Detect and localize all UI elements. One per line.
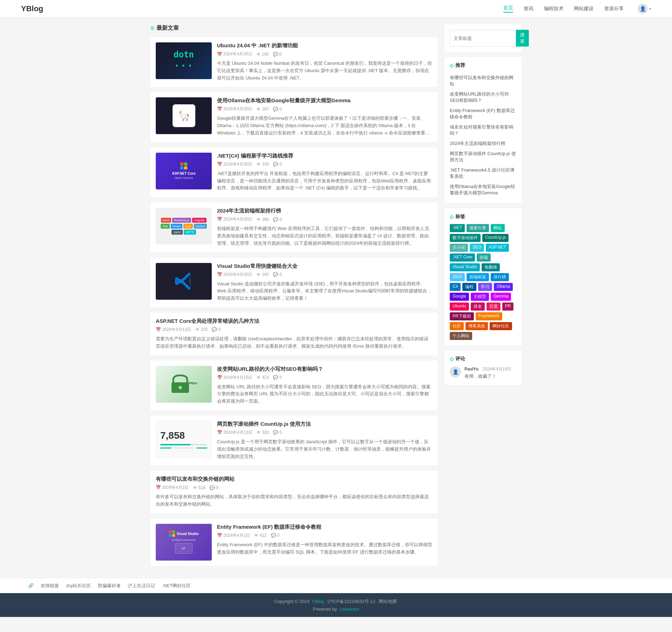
article-meta: 📅 2024年4月30日 👁 292 💬 0 <box>217 272 432 278</box>
tag[interactable]: 大小写 <box>450 244 468 252</box>
tag[interactable]: Ollama <box>494 283 513 291</box>
tag[interactable]: 数字滚动插件 <box>450 234 481 242</box>
article-desc: .NET是微软开发的跨平台 开发框架，包括用于构建应用程序的编程语言、运行时和库… <box>217 170 432 192</box>
tag[interactable]: PR <box>502 303 514 311</box>
tag[interactable]: 前端 <box>477 254 491 262</box>
tag[interactable]: 博客系统 <box>465 322 488 330</box>
comment-body: PaulYu 2024年4月18日 有用，收藏了！ <box>464 366 516 380</box>
article-title[interactable]: .NET(C#) 编程新手学习路线推荐 <box>217 153 432 159</box>
main-nav: 首页 资讯 编程技术 网站建设 资源分享 👤 ▾ <box>503 4 651 14</box>
article-card-no-image: 有哪些可以发布和交换外链的网站 📅 2024年4月2日 👁 518 💬 0 有许… <box>150 471 438 513</box>
tag[interactable]: 前端框架 <box>467 273 489 281</box>
tag[interactable]: 编程 <box>462 283 476 291</box>
article-title[interactable]: 有哪些可以发布和交换外链的网站 <box>156 476 432 482</box>
recommend-link[interactable]: 网页数字滚动插件 CountUp.js 使用方法 <box>450 149 516 165</box>
article-title[interactable]: Entity Framework (EF) 数据库迁移命令教程 <box>217 524 432 530</box>
tag[interactable]: 2024 <box>450 273 465 281</box>
tag[interactable]: CountUp.js <box>482 234 509 242</box>
recommend-link[interactable]: 改变网站URL路径的大小写对SEO有影响吗？ <box>450 89 516 106</box>
recommend-link[interactable]: Entity Framework (EF) 数据库迁移命令教程 <box>450 106 516 122</box>
article-meta: 📅 2024年4月30日 👁 100 💬 0 <box>217 161 432 167</box>
article-date: 📅 2024年4月30日 <box>217 51 252 57</box>
article-title[interactable]: 改变网站URL路径的大小写对SEO有影响吗？ <box>217 366 432 373</box>
tag[interactable]: 百度 <box>486 303 500 311</box>
nav-item-news[interactable]: 资讯 <box>524 6 533 12</box>
nav-user[interactable]: 👤 ▾ <box>638 4 651 14</box>
tags-section-title: ◇ 标签 <box>450 214 516 220</box>
comment-text: 有用，收藏了！ <box>464 373 516 380</box>
article-thumbnail: Visual Studio EntityFramework EF <box>156 524 212 561</box>
site-logo[interactable]: YBlog <box>21 4 43 13</box>
recommend-link[interactable]: .NET Framework4.5 设计社区博客系统 <box>450 165 516 182</box>
article-card: https:// 改变网站URL路径的大小写对SEO有影响吗？ 📅 2024年4… <box>150 361 438 410</box>
search-input[interactable] <box>450 30 516 47</box>
nav-item-resources[interactable]: 资源分享 <box>604 6 624 12</box>
recommend-link[interactable]: 域名长短对搜索引擎排名有影响吗？ <box>450 122 516 139</box>
section-icon: ≡ <box>150 25 154 32</box>
footer-powered-link[interactable]: Leavescn <box>340 606 359 612</box>
footer-link-4[interactable]: 沪上生活日记 <box>128 583 155 589</box>
footer-sitemap-link[interactable]: 网站地图 <box>379 599 397 604</box>
tag[interactable]: .NET <box>450 224 465 232</box>
footer-link-5[interactable]: .NET啊好社区 <box>162 583 191 589</box>
article-content: 网页数字滚动插件 CountUp.js 使用方法 📅 2024年4月13日 👁 … <box>217 421 432 460</box>
article-thumbnail <box>156 263 212 300</box>
tag[interactable]: Google <box>450 293 469 301</box>
tag[interactable]: 社区 <box>450 322 464 330</box>
article-title[interactable]: 使用Ollama在本地安装Google轻量级开源大模型Gemma <box>217 97 432 104</box>
tag[interactable]: 啊好社区 <box>490 322 512 330</box>
tag[interactable]: 免翻墙 <box>482 263 500 271</box>
article-meta: 📅 2024年4月13日 👁 225 💬 0 <box>156 327 432 333</box>
article-views: 👁 195 <box>257 52 269 57</box>
tag[interactable]: Framework <box>476 312 502 320</box>
tag[interactable]: PR下载前 <box>450 312 474 320</box>
article-content: .NET(C#) 编程新手学习路线推荐 📅 2024年4月30日 👁 100 💬… <box>217 153 432 192</box>
tag[interactable]: .NET Core <box>450 254 475 262</box>
footer-link-3[interactable]: 防骗爆好者 <box>98 583 121 589</box>
recommend-link[interactable]: 有哪些可以发布和交换外链的网站 <box>450 73 516 89</box>
footer-link-2[interactable]: Joy站长社区 <box>66 583 91 589</box>
svg-marker-3 <box>189 274 191 288</box>
article-title[interactable]: 2024年主流前端框架排行榜 <box>217 208 432 214</box>
tag[interactable]: 大模型 <box>471 293 489 301</box>
article-card: dotn··· Ubuntu 24.04 中 .NET 的新增功能 📅 2024… <box>150 37 438 87</box>
vscode-icon <box>173 271 194 292</box>
article-content: 改变网站URL路径的大小写对SEO有影响吗？ 📅 2024年4月13日 👁 42… <box>217 366 432 405</box>
tag[interactable]: Ubuntu <box>450 303 469 311</box>
tag[interactable]: SEO <box>470 244 484 252</box>
recommend-link[interactable]: 2024年主流前端框架排行榜 <box>450 139 516 149</box>
nav-item-website[interactable]: 网站建设 <box>574 6 594 12</box>
section-title: ≡ 最新文章 <box>150 25 438 32</box>
tag[interactable]: 排行榜 <box>491 273 509 281</box>
tag[interactable]: Visual Studio <box>450 263 480 271</box>
ms-logo <box>180 162 187 169</box>
footer-site-link[interactable]: YBlog <box>312 599 324 604</box>
recommend-section: ◇ 推荐 有哪些可以发布和交换外链的网站 改变网站URL路径的大小写对SEO有影… <box>444 57 522 203</box>
tag[interactable]: C# <box>450 283 461 291</box>
article-desc: 需要为生产环境配置自定义错误处理，请删除 UseExceptionHandler… <box>156 335 432 350</box>
recommend-link[interactable]: 使用Ollama在本地安装Google轻量级开源大模型Gemma <box>450 182 516 198</box>
footer-icp-link[interactable]: 沪ICP备10219633号-12 <box>327 599 375 604</box>
article-title[interactable]: 网页数字滚动插件 CountUp.js 使用方法 <box>217 421 432 428</box>
article-title[interactable]: Visual Studio常用快捷键组合大全 <box>217 263 432 270</box>
nav-item-home[interactable]: 首页 <box>503 5 513 13</box>
article-title[interactable]: ASP.NET Core全局处理异常错误的几种方法 <box>156 318 432 325</box>
tag[interactable]: 学习 <box>478 283 492 291</box>
article-thumbnail: https:// <box>156 366 212 403</box>
tag[interactable]: 排名 <box>471 303 485 311</box>
recommend-icon: ◇ <box>450 63 454 68</box>
nav-item-programming[interactable]: 编程技术 <box>544 6 564 12</box>
search-button[interactable]: 搜索 <box>516 30 529 47</box>
article-title[interactable]: Ubuntu 24.04 中 .NET 的新增功能 <box>217 42 432 49</box>
tag[interactable]: 搜索引擎 <box>467 224 489 232</box>
countup-number: 7,858 <box>160 430 207 441</box>
article-meta: 📅 2024年4月13日 👁 320 💬 0 <box>217 430 432 436</box>
avatar[interactable]: 👤 <box>638 4 648 14</box>
tag[interactable]: ASP.NET <box>486 244 509 252</box>
tag[interactable]: 个人网站 <box>450 332 472 340</box>
article-thumbnail: 7,858 <box>156 421 212 458</box>
tag[interactable]: Gemma <box>491 293 511 301</box>
tag[interactable]: 网站 <box>491 224 505 232</box>
article-card: 🦙 使用Ollama在本地安装Google轻量级开源大模型Gemma 📅 202… <box>150 92 438 142</box>
footer-link-1[interactable]: 友情链接 <box>41 583 59 589</box>
